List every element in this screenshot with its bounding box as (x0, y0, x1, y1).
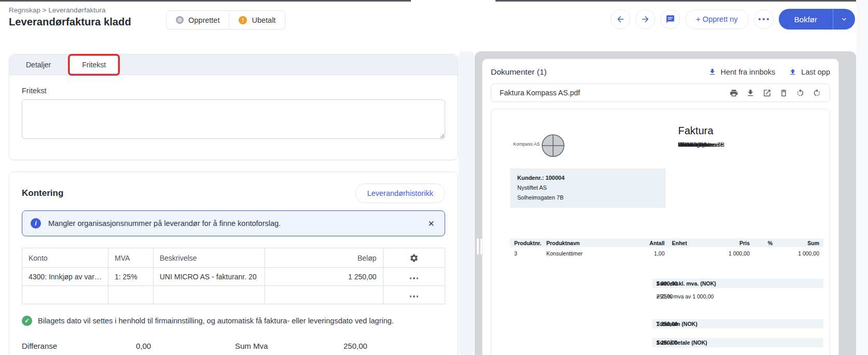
total-value: 1 250,00 (656, 339, 678, 346)
document-file-bar: Faktura Kompass AS.pdf (491, 83, 830, 102)
row-menu-button[interactable] (383, 286, 445, 304)
cell-produktnavn: Konsulenttimer (546, 250, 627, 257)
fetch-from-inbox-button[interactable]: Hent fra innboks (708, 68, 776, 76)
col-percent: % (750, 240, 773, 246)
col-enhet: Enhet (665, 240, 701, 246)
table-header-row: Konto MVA Beskrivelse Beløp (22, 248, 445, 268)
invoice-table-row: 3 Konsulenttimer 1,00 1 000,00 1 000,00 (510, 249, 823, 258)
column-header-belop: Beløp (265, 248, 383, 268)
invoice-table-header: Produktnr. Produktnavn Antall Enhet Pris… (510, 238, 823, 247)
print-icon[interactable] (729, 89, 738, 97)
total-value: 1 000,00 (656, 280, 678, 287)
documents-panel: Dokumenter (1) Hent fra innboks Last opp… (475, 51, 856, 355)
cell-mva[interactable]: 1: 25% (108, 268, 154, 286)
sum-mva-label: Sum Mva (235, 342, 343, 350)
fetch-from-inbox-label: Hent fra innboks (721, 68, 776, 76)
arrow-left-icon (616, 15, 625, 24)
invoice-total-row: Sum ekskl. mva. (NOK) 1 000,00 (652, 279, 823, 288)
status-badge-label: Opprettet (188, 16, 219, 24)
invoice-title: Faktura (678, 125, 713, 137)
col-sum: Sum (773, 240, 819, 246)
upload-icon (789, 68, 797, 76)
comments-button[interactable] (660, 9, 680, 29)
col-produktnavn: Produktnavn (546, 240, 627, 246)
kontering-card: Kontering Leverandørhistorikk i Mangler … (9, 172, 458, 355)
tab-detaljer[interactable]: Detaljer (23, 61, 54, 69)
more-options-icon (759, 18, 769, 20)
documents-card: Dokumenter (1) Hent fra innboks Last opp… (482, 59, 839, 355)
table-row (22, 286, 445, 304)
sum-mva-value: 250,00 (343, 342, 367, 350)
differanse-value: 0,00 (136, 342, 235, 350)
invoice-total-row: Sum å betale (NOK) 1 250,00 (652, 338, 823, 347)
bookkeep-button[interactable]: Bokfør (779, 9, 833, 30)
alert-text: Mangler organisasjonsnummer på leverandø… (48, 219, 281, 228)
totals-summary: Differanse 0,00 Sum Mva 250,00 (22, 342, 445, 350)
kontering-heading: Kontering (22, 188, 63, 198)
col-pris: Pris (701, 240, 750, 246)
invoice-customer-block: Kundenr.: 100004 Nystiftet AS Solheimsga… (510, 168, 666, 208)
previous-button[interactable] (611, 9, 630, 29)
tab-fritekst[interactable]: Fritekst (70, 55, 118, 74)
header-toolbar: + Opprett ny Bokfør (611, 9, 855, 30)
upload-label: Last opp (801, 68, 830, 76)
missing-orgnumber-alert: i Mangler organisasjonsnummer på leveran… (22, 210, 445, 236)
freetext-label: Fritekst (22, 87, 445, 95)
open-external-icon[interactable] (763, 89, 771, 97)
col-antall: Antall (627, 240, 665, 246)
table-row: 4300: Innkjøp av vare... 1: 25% UNI MICR… (22, 268, 445, 286)
freetext-card: Detaljer Fritekst Fritekst (9, 54, 458, 160)
ellipsis-icon (409, 275, 420, 281)
meta-value: Solheimsgaten 7B (678, 140, 724, 150)
window-top-edge (0, 0, 411, 2)
ellipsis-icon (409, 293, 420, 300)
journal-lines-table: Konto MVA Beskrivelse Beløp 4300: Innkjø… (22, 248, 445, 304)
status-badge-label: Ubetalt (252, 16, 275, 24)
freetext-textarea[interactable] (22, 100, 445, 139)
upload-button[interactable]: Last opp (789, 68, 830, 76)
pdf-preview: Kompass AS Kundenr.: 100004 Nystiftet AS… (491, 109, 830, 355)
rotate-right-icon[interactable] (812, 89, 821, 97)
supplier-history-button[interactable]: Leverandørhistorikk (355, 183, 445, 203)
tab-bar: Detaljer Fritekst (9, 54, 458, 75)
invoice-total-row: + 25% mva av 1 000,00 250,00 (652, 292, 823, 301)
cell-mva[interactable] (108, 286, 154, 304)
status-badge-group: Opprettet ! Ubetalt (166, 10, 285, 30)
cell-pris: 1 000,00 (701, 250, 750, 257)
cell-beskrivelse[interactable]: UNI MICRO AS - fakturanr. 20 (153, 268, 265, 286)
next-button[interactable] (636, 9, 655, 29)
cell-konto[interactable]: 4300: Innkjøp av vare... (22, 268, 108, 286)
create-new-button[interactable]: + Opprett ny (685, 9, 749, 29)
cell-konto[interactable] (22, 286, 108, 304)
cell-antall: 1,00 (627, 250, 665, 257)
col-produktnr: Produktnr. (514, 240, 546, 246)
page-right-margin (856, 0, 868, 355)
page-title: Leverandørfaktura kladd (9, 16, 131, 28)
total-value: 250,00 (656, 293, 673, 300)
kontering-header: Kontering Leverandørhistorikk (22, 183, 445, 203)
rotate-left-icon[interactable] (796, 89, 805, 97)
close-icon[interactable]: × (426, 217, 436, 230)
total-value: 1 250,00 (656, 321, 678, 327)
column-settings[interactable] (383, 248, 445, 268)
cell-belop[interactable] (265, 286, 383, 304)
bookkeep-menu-button[interactable] (833, 9, 855, 30)
check-icon: ✓ (22, 316, 32, 326)
cell-produktnr: 3 (514, 250, 546, 257)
cell-belop[interactable]: 1 250,00 (265, 268, 383, 286)
download-file-icon[interactable] (746, 89, 755, 97)
more-options-button[interactable] (754, 9, 774, 29)
download-icon (708, 68, 717, 76)
column-gutter (459, 51, 474, 355)
gear-icon (409, 253, 419, 263)
invoice-total-row: Totalsum (NOK) 1 250,00 (652, 319, 823, 329)
invoice-customer-number: Kundenr.: 100004 (517, 175, 658, 181)
cell-beskrivelse[interactable] (153, 286, 265, 304)
trash-icon[interactable] (779, 89, 788, 97)
note-text: Bilagets dato vil settes i henhold til f… (38, 317, 394, 325)
chat-icon (666, 15, 675, 24)
created-status-icon (176, 16, 184, 24)
row-menu-button[interactable] (383, 268, 445, 286)
status-badge-created: Opprettet (167, 11, 229, 29)
breadcrumb[interactable]: Regnskap > Leverandørfaktura (9, 6, 131, 14)
